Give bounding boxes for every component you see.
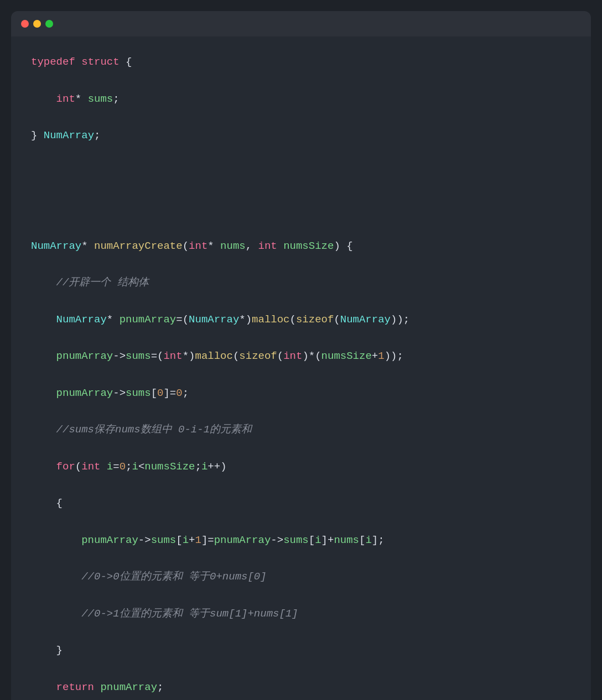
code-area: typedef struct { int* sums; } NumArray; …	[11, 36, 591, 700]
traffic-lights	[21, 20, 53, 28]
maximize-button[interactable]	[45, 20, 53, 28]
title-bar	[11, 11, 591, 36]
code-window: typedef struct { int* sums; } NumArray; …	[11, 11, 591, 700]
close-button[interactable]	[21, 20, 29, 28]
code-block: typedef struct { int* sums; } NumArray; …	[31, 53, 571, 700]
minimize-button[interactable]	[33, 20, 41, 28]
